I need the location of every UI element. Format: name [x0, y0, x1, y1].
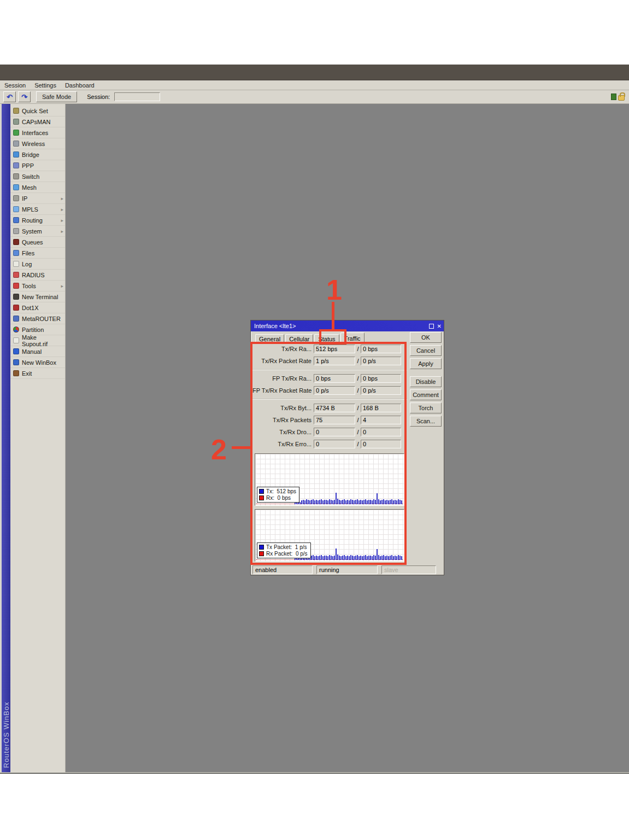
traffic-bar — [339, 500, 340, 504]
traffic-bar — [362, 556, 363, 560]
traffic-bar — [350, 499, 351, 504]
field-input-tx[interactable] — [314, 345, 355, 353]
traffic-bar — [308, 500, 309, 504]
traffic-bar — [326, 556, 327, 560]
traffic-bar — [319, 556, 320, 560]
sidebar-item-radius[interactable]: RADIUS — [10, 270, 65, 281]
slash-separator: / — [355, 429, 361, 435]
traffic-bar — [331, 556, 332, 560]
slash-separator: / — [355, 441, 361, 447]
restore-icon[interactable] — [429, 324, 434, 329]
field-row-tx-rx-byt: Tx/Rx Byt.../ — [252, 404, 407, 412]
traffic-bar — [368, 500, 369, 504]
window-title-bar — [0, 65, 629, 80]
field-row-tx-rx-dro: Tx/Rx Dro.../ — [252, 428, 407, 436]
tab-cellular[interactable]: Cellular — [285, 334, 313, 344]
apply-button[interactable]: Apply — [410, 358, 442, 369]
sidebar-item-mesh[interactable]: Mesh — [10, 182, 65, 193]
tx-bars — [295, 493, 402, 504]
traffic-bar — [365, 555, 366, 560]
field-input-rx[interactable] — [361, 386, 401, 395]
field-label: Tx/Rx Packets — [252, 417, 311, 423]
sidebar-item-metarouter[interactable]: MetaROUTER — [10, 313, 65, 324]
folder-icon — [13, 250, 19, 256]
session-input[interactable] — [114, 92, 160, 101]
menu-dashboard[interactable]: Dashboard — [65, 82, 95, 89]
menu-settings[interactable]: Settings — [34, 82, 56, 89]
traffic-bar — [332, 556, 333, 560]
sidebar-item-files[interactable]: Files — [10, 248, 65, 259]
sidebar-item-label: MPLS — [22, 206, 38, 213]
sidebar-item-make-supout-rif[interactable]: Make Supout.rif — [10, 335, 65, 346]
sidebar-item-manual[interactable]: Manual — [10, 346, 65, 357]
tab-traffic[interactable]: Traffic — [340, 332, 365, 344]
redo-button[interactable]: ↷ — [18, 91, 31, 102]
sidebar-item-routing[interactable]: Routing▸ — [10, 215, 65, 226]
traffic-bar — [396, 556, 397, 560]
traffic-bar — [340, 556, 342, 560]
field-input-rx[interactable] — [361, 440, 401, 448]
field-input-rx[interactable] — [361, 345, 401, 353]
undo-button[interactable]: ↶ — [3, 91, 16, 102]
field-input-rx[interactable] — [361, 428, 401, 436]
traffic-bar — [301, 500, 302, 504]
field-input-tx[interactable] — [314, 416, 355, 424]
sidebar-item-ppp[interactable]: PPP — [10, 160, 65, 171]
sidebar-item-ip[interactable]: IP▸ — [10, 193, 65, 204]
cancel-button[interactable]: Cancel — [410, 345, 442, 356]
close-icon[interactable]: ✕ — [437, 324, 442, 329]
field-input-rx[interactable] — [361, 374, 401, 383]
sidebar-item-interfaces[interactable]: Interfaces — [10, 127, 65, 138]
scan-button[interactable]: Scan... — [410, 416, 442, 427]
field-input-rx[interactable] — [361, 416, 401, 424]
submenu-arrow-icon: ▸ — [61, 196, 63, 201]
field-input-tx[interactable] — [314, 404, 355, 412]
traffic-bar — [368, 556, 369, 560]
sidebar-item-quick-set[interactable]: Quick Set — [10, 106, 65, 116]
tab-status[interactable]: Status — [314, 334, 339, 344]
menu-session[interactable]: Session — [4, 82, 26, 89]
torch-button[interactable]: Torch — [410, 402, 442, 413]
sidebar-item-label: Switch — [22, 173, 39, 180]
sidebar-item-capsman[interactable]: CAPsMAN — [10, 116, 65, 127]
metarouter-icon — [13, 316, 19, 322]
traffic-bar — [334, 556, 335, 560]
disable-button[interactable]: Disable — [410, 376, 442, 387]
traffic-bar — [313, 499, 314, 504]
sidebar-item-new-winbox[interactable]: New WinBox — [10, 357, 65, 368]
sidebar-item-mpls[interactable]: MPLS▸ — [10, 204, 65, 215]
traffic-bar — [304, 500, 305, 504]
sidebar-item-system[interactable]: System▸ — [10, 226, 65, 237]
traffic-bar — [355, 500, 356, 504]
sidebar-item-log[interactable]: Log — [10, 259, 65, 270]
traffic-bar — [329, 555, 330, 560]
field-input-tx[interactable] — [314, 386, 355, 395]
sidebar-item-label: Routing — [22, 217, 43, 224]
dialog-button-column: OKCancelApplyDisableCommentTorchScan... — [410, 332, 443, 427]
sidebar-item-switch[interactable]: Switch — [10, 171, 65, 182]
field-input-tx[interactable] — [314, 428, 355, 436]
sidebar-item-dot1x[interactable]: Dot1X — [10, 302, 65, 313]
sidebar-item-queues[interactable]: Queues — [10, 237, 65, 248]
legend-label: Rx Packet: 0 p/s — [266, 551, 308, 557]
tab-general[interactable]: General — [255, 334, 284, 344]
sidebar-item-exit[interactable]: Exit — [10, 368, 65, 379]
ok-button[interactable]: OK — [410, 332, 442, 343]
sidebar-item-tools[interactable]: Tools▸ — [10, 281, 65, 291]
field-label: Tx/Rx Byt... — [252, 405, 311, 411]
sidebar-item-new-terminal[interactable]: New Terminal — [10, 291, 65, 302]
traffic-bar — [390, 500, 391, 504]
safe-mode-button[interactable]: Safe Mode — [36, 91, 77, 102]
field-input-tx[interactable] — [314, 440, 355, 448]
rx-packet-swatch — [259, 551, 264, 556]
slash-separator: / — [355, 346, 361, 352]
comment-button[interactable]: Comment — [410, 389, 442, 400]
field-input-tx[interactable] — [314, 357, 355, 365]
legend-entry-rx: Rx: 0 bps — [259, 495, 296, 501]
sidebar-item-bridge[interactable]: Bridge — [10, 149, 65, 160]
slash-separator: / — [355, 405, 361, 411]
field-input-rx[interactable] — [361, 357, 401, 365]
field-input-tx[interactable] — [314, 374, 355, 383]
sidebar-item-wireless[interactable]: Wireless — [10, 138, 65, 149]
field-input-rx[interactable] — [361, 404, 401, 412]
